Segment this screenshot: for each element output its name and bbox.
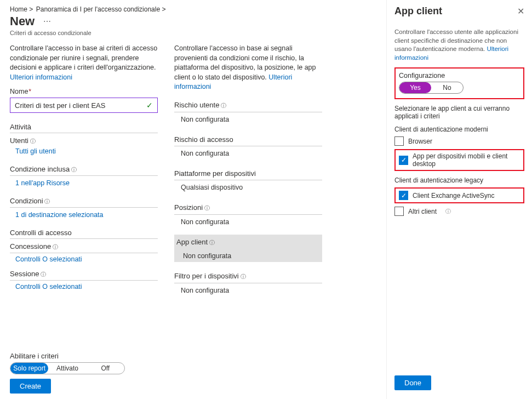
checkbox-other-clients[interactable] bbox=[394, 207, 404, 216]
checkbox-other-clients-label: Altri client bbox=[408, 208, 437, 215]
cond-signin-risk[interactable]: Rischio di accesso Non configurata bbox=[174, 132, 322, 159]
done-button[interactable]: Done bbox=[394, 375, 431, 390]
session-label[interactable]: Sessione bbox=[10, 270, 158, 281]
page-subtitle: Criteri di accesso condizionale bbox=[10, 30, 377, 36]
checkmark-icon: ✓ bbox=[146, 101, 153, 110]
rpanel-title: App client bbox=[394, 5, 442, 17]
checkbox-mobile-desktop[interactable] bbox=[399, 156, 408, 165]
included-value[interactable]: 1 nell'app Risorse bbox=[10, 179, 158, 187]
conditions-value[interactable]: 1 di destinazione selezionata bbox=[10, 211, 158, 219]
grant-value[interactable]: Controlli O selezionati bbox=[10, 255, 158, 263]
included-section[interactable]: Condizione inclusa bbox=[10, 165, 158, 176]
config-toggle[interactable]: Yes No bbox=[399, 82, 464, 94]
activity-section: Attività bbox=[10, 123, 158, 133]
mobile-highlight-box: App per dispositivi mobili e client desk… bbox=[394, 149, 524, 171]
users-value[interactable]: Tutti gli utenti bbox=[10, 147, 158, 155]
col2-description: Controllare l'accesso in base ai segnali… bbox=[174, 44, 322, 92]
breadcrumb[interactable]: Home > Panoramica di I per l'accesso con… bbox=[10, 5, 377, 13]
config-no[interactable]: No bbox=[431, 82, 463, 93]
checkbox-browser[interactable] bbox=[394, 136, 404, 146]
name-input[interactable]: Criteri di test per i client EAS ✓ bbox=[10, 98, 158, 113]
close-icon[interactable]: ✕ bbox=[517, 6, 524, 16]
toggle-report-only[interactable]: Solo report bbox=[10, 363, 48, 374]
session-value[interactable]: Controlli O selezionati bbox=[10, 283, 158, 290]
access-controls-section: Controlli di accesso bbox=[10, 229, 158, 239]
users-label[interactable]: Utenti bbox=[10, 136, 158, 145]
toggle-off[interactable]: Off bbox=[87, 363, 124, 374]
select-clients-text: Selezionare le app client a cui verranno… bbox=[394, 105, 524, 120]
grant-label[interactable]: Concessione bbox=[10, 242, 158, 253]
cond-user-risk[interactable]: Rischio utente Non configurata bbox=[174, 98, 322, 126]
breadcrumb-overview[interactable]: Panoramica di I per l'accesso condiziona… bbox=[36, 5, 166, 13]
legacy-auth-heading: Client di autenticazione legacy bbox=[394, 176, 524, 184]
toggle-on[interactable]: Attivato bbox=[48, 363, 86, 374]
eas-highlight-box: Client Exchange ActiveSync bbox=[394, 187, 524, 203]
checkbox-browser-label: Browser bbox=[408, 138, 432, 145]
checkbox-eas-label: Client Exchange ActiveSync bbox=[413, 192, 494, 200]
modern-auth-heading: Client di autenticazione moderni bbox=[394, 126, 524, 133]
conditions-section[interactable]: Condizioni bbox=[10, 197, 158, 208]
config-label: Configurazione bbox=[399, 72, 519, 79]
cond-locations[interactable]: Posizioni Non configurata bbox=[174, 200, 322, 228]
more-icon[interactable]: ⋯ bbox=[43, 17, 51, 26]
col1-description: Controllare l'accesso in base ai criteri… bbox=[10, 44, 158, 82]
enable-policy-toggle[interactable]: Solo report Attivato Off bbox=[10, 362, 125, 374]
name-value: Criteri di test per i client EAS bbox=[15, 101, 105, 110]
checkbox-eas[interactable] bbox=[399, 191, 408, 200]
cond-device-platforms[interactable]: Piattaforme per dispositivi Qualsiasi di… bbox=[174, 166, 322, 193]
page-title: New bbox=[10, 14, 35, 28]
checkbox-mobile-desktop-label: App per dispositivi mobili e client desk… bbox=[413, 152, 520, 168]
breadcrumb-home[interactable]: Home > bbox=[10, 5, 33, 13]
enable-policy-label: Abilitare i criteri bbox=[10, 352, 125, 360]
config-highlight-box: Configurazione Yes No bbox=[394, 67, 524, 99]
col1-more-link[interactable]: Ulteriori informazioni bbox=[10, 73, 72, 81]
cond-client-apps[interactable]: App client Non configurata bbox=[174, 235, 322, 262]
name-label: Nome bbox=[10, 88, 158, 95]
cond-device-filter[interactable]: Filtro per i dispositivi Non configurata bbox=[174, 269, 322, 297]
config-yes[interactable]: Yes bbox=[399, 82, 431, 93]
info-icon[interactable]: ⓘ bbox=[445, 208, 451, 215]
rpanel-description: Controllare l'accesso utente alle applic… bbox=[394, 28, 524, 62]
create-button[interactable]: Create bbox=[10, 379, 51, 394]
